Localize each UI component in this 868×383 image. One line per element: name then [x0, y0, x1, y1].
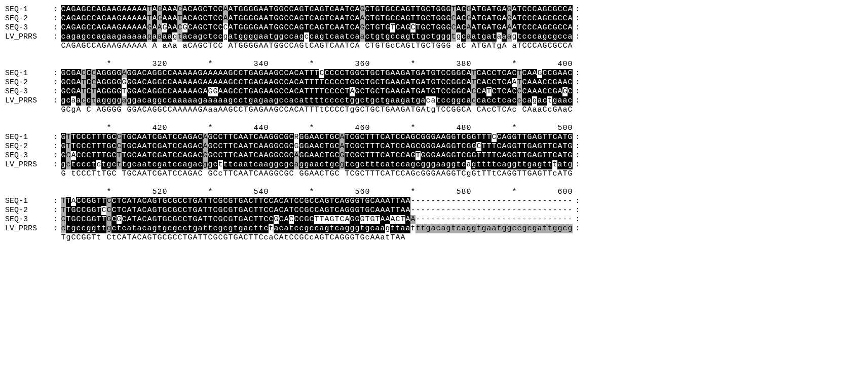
- sequence-row: SEQ-2:GCGATCCAGGGGGGGACAGGCCAAAAAGAAAAAG…: [5, 78, 863, 87]
- sequence-row: SEQ-1:CAGAGCCAGAAGAAAAATAGAAACACAGCTCCAA…: [5, 5, 863, 14]
- colon: :: [51, 133, 61, 142]
- sequence-row: SEQ-2:TTGCCGGTCCCTCATACAGTGCGCCTGATTCGCG…: [5, 206, 863, 215]
- sequence-row: SEQ-1:GTTCCCTTTGCCTGCAATCGATCCAGACAGCCTT…: [5, 133, 863, 142]
- colon: :: [573, 197, 583, 206]
- alignment-block: * 320 * 340 * 360 * 380 * 400SEQ-1:GCGAC…: [5, 60, 863, 115]
- consensus-row: GCgA C AGGGG GGACAGGCCAAAAAGAaaAAGCCTGAG…: [5, 106, 863, 115]
- colon: :: [573, 14, 583, 23]
- sequence-row: LV_PRRS:gcaacctaggggaggacaggccaaaaagaaaa…: [5, 96, 863, 106]
- sequence-residues: GTTCCCTTTGCCTGCAATCGATCCAGACAGCCTTCAATCA…: [61, 133, 573, 142]
- sequence-row: SEQ-3:GCGATCTAGGGGTGGACAGGCCAAAAAGAGGAAG…: [5, 87, 863, 96]
- sequence-row: SEQ-3:GCACCCTTTGCTTGCAATCGATCCAGACGGCCTT…: [5, 151, 863, 160]
- colon: :: [51, 23, 61, 32]
- colon: :: [51, 96, 61, 106]
- sequence-label: LV_PRRS: [5, 160, 51, 169]
- colon: :: [51, 142, 61, 151]
- sequence-label: SEQ-2: [5, 78, 51, 87]
- colon: :: [573, 160, 583, 169]
- sequence-label: SEQ-1: [5, 197, 51, 206]
- colon: :: [51, 224, 61, 233]
- sequence-label: SEQ-2: [5, 142, 51, 151]
- colon: :: [51, 78, 61, 87]
- alignment-block: * 520 * 540 * 560 * 580 * 600SEQ-1:TTACC…: [5, 188, 863, 242]
- colon: :: [51, 206, 61, 215]
- colon: :: [51, 69, 61, 78]
- alignment-block: SEQ-1:CAGAGCCAGAAGAAAAATAGAAACACAGCTCCAA…: [5, 5, 863, 51]
- colon: :: [573, 142, 583, 151]
- sequence-row: LV_PRRS:gctccctctgcttgcaatcgatccagacggct…: [5, 160, 863, 169]
- sequence-row: SEQ-2:CAGAGCCAGAAGAAAAATAGAAATACAGCTCCAA…: [5, 14, 863, 23]
- sequence-row: SEQ-3:CAGAGCCAGAAGAAAAAGAAGAACGCAGCTCCCA…: [5, 23, 863, 32]
- colon: :: [573, 87, 583, 96]
- sequence-residues: GCACCCTTTGCTTGCAATCGATCCAGACGGCCTTCAATCA…: [61, 151, 573, 160]
- alignment-block: * 420 * 440 * 460 * 480 * 500SEQ-1:GTTCC…: [5, 124, 863, 179]
- sequence-label: SEQ-3: [5, 151, 51, 160]
- sequence-label: SEQ-3: [5, 23, 51, 32]
- sequence-residues: TTACCGGTTCCTCATACAGTGCGCCTGATTCGCGTGACTT…: [61, 197, 573, 206]
- colon: :: [51, 215, 61, 224]
- colon: :: [51, 160, 61, 169]
- sequence-residues: gctccctctgcttgcaatcgatccagacggctttcaatca…: [61, 160, 573, 169]
- sequence-label: SEQ-3: [5, 215, 51, 224]
- colon: :: [573, 5, 583, 14]
- consensus-row: G tCCCTtTGC TGCAATCGATCCAGAC GCcTTCAATCA…: [5, 169, 863, 179]
- colon: :: [51, 14, 61, 23]
- sequence-label: SEQ-3: [5, 87, 51, 96]
- sequence-row: SEQ-1:GCGACCCAGGGGAGGACAGGCCAAAAAGAAAAAG…: [5, 69, 863, 78]
- colon: :: [51, 151, 61, 160]
- colon: :: [573, 23, 583, 32]
- sequence-residues: gcaacctaggggaggacaggccaaaaagaaaaagcctgag…: [61, 96, 573, 106]
- sequence-residues: CAGAGCCAGAAGAAAAAGAAGAACGCAGCTCCCATGGGGA…: [61, 23, 573, 32]
- sequence-alignment: SEQ-1:CAGAGCCAGAAGAAAAATAGAAACACAGCTCCAA…: [5, 5, 863, 242]
- colon: :: [573, 69, 583, 78]
- sequence-residues: GTTCCCTTTGCCTGCAATCGATCCAGACAGCCTTCAATCA…: [61, 142, 573, 151]
- colon: :: [573, 206, 583, 215]
- colon: :: [573, 78, 583, 87]
- sequence-residues: TTGCCGGTCCCTCATACAGTGCGCCTGATTCGCGTGACTT…: [61, 206, 573, 215]
- sequence-row: SEQ-3:CTGCCGGTTGCGCATACAGTGCGCCTGATTCGCG…: [5, 215, 863, 224]
- colon: :: [51, 32, 61, 42]
- sequence-label: SEQ-1: [5, 133, 51, 142]
- colon: :: [573, 32, 583, 42]
- colon: :: [573, 215, 583, 224]
- sequence-row: LV_PRRS:cagagccagaagaaaaagaaaagtacagctcc…: [5, 32, 863, 42]
- colon: :: [51, 197, 61, 206]
- colon: :: [51, 5, 61, 14]
- sequence-residues: GCGATCTAGGGGTGGACAGGCCAAAAAGAGGAAGCCTGAG…: [61, 87, 573, 96]
- ruler-row: * 320 * 340 * 360 * 380 * 400: [5, 60, 863, 69]
- sequence-row: SEQ-1:TTACCGGTTCCTCATACAGTGCGCCTGATTCGCG…: [5, 197, 863, 206]
- consensus-row: TgCCGGTt CtCATACAGTGCGCCTGATTCGCGTGACTTC…: [5, 233, 863, 242]
- sequence-label: SEQ-2: [5, 206, 51, 215]
- sequence-residues: cagagccagaagaaaaagaaaagtacagctccgatgggga…: [61, 32, 573, 42]
- colon: :: [573, 224, 583, 233]
- sequence-row: SEQ-2:GTTCCCTTTGCCTGCAATCGATCCAGACAGCCTT…: [5, 142, 863, 151]
- sequence-label: LV_PRRS: [5, 32, 51, 42]
- colon: :: [573, 96, 583, 106]
- sequence-label: SEQ-1: [5, 5, 51, 14]
- colon: :: [573, 133, 583, 142]
- consensus-row: CAGAGCCAGAAGAAAAA A aAa aCAGCTCC ATGGGGA…: [5, 42, 863, 51]
- sequence-label: SEQ-2: [5, 14, 51, 23]
- colon: :: [51, 87, 61, 96]
- sequence-row: LV_PRRS:ctgccggttgctcatacagtgcgcctgattcg…: [5, 224, 863, 233]
- ruler-row: * 520 * 540 * 560 * 580 * 600: [5, 188, 863, 197]
- colon: :: [573, 151, 583, 160]
- sequence-residues: CAGAGCCAGAAGAAAAATAGAAACACAGCTCCAATGGGGA…: [61, 5, 573, 14]
- sequence-label: LV_PRRS: [5, 96, 51, 106]
- sequence-label: LV_PRRS: [5, 224, 51, 233]
- sequence-residues: GCGATCCAGGGGGGGACAGGCCAAAAAGAAAAAGCCTGAG…: [61, 78, 573, 87]
- sequence-residues: CAGAGCCAGAAGAAAAATAGAAATACAGCTCCAATGGGGA…: [61, 14, 573, 23]
- sequence-residues: ctgccggttgctcatacagtgcgcctgattcgcgtgactt…: [61, 224, 573, 233]
- sequence-residues: GCGACCCAGGGGAGGACAGGCCAAAAAGAAAAAGCCTGAG…: [61, 69, 573, 78]
- sequence-label: SEQ-1: [5, 69, 51, 78]
- sequence-residues: CTGCCGGTTGCGCATACAGTGCGCCTGATTCGCGTGACTT…: [61, 215, 573, 224]
- ruler-row: * 420 * 440 * 460 * 480 * 500: [5, 124, 863, 133]
